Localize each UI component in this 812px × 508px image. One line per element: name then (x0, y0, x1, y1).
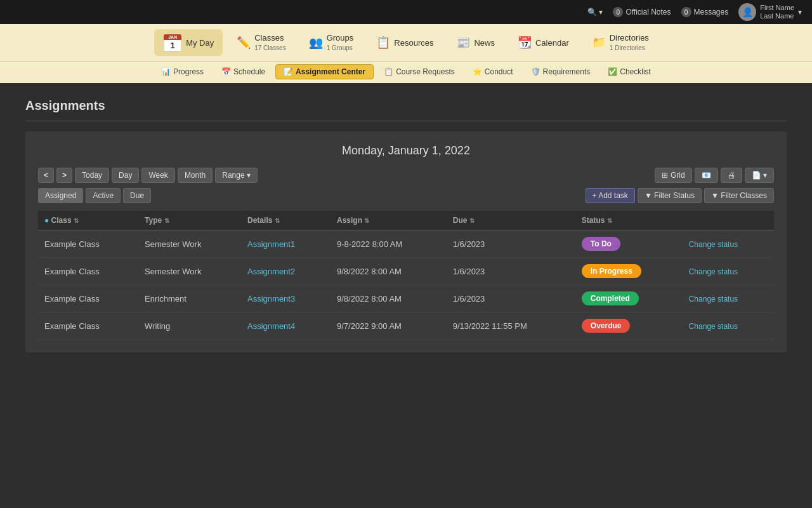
table-row: Example Class Enrichment Assignment3 9/8… (38, 285, 774, 312)
nav-item-calendar[interactable]: 📆 Calendar (509, 29, 578, 56)
assignment-link[interactable]: Assignment2 (247, 267, 295, 276)
status-badge: In Progress (582, 264, 641, 278)
export-button-2[interactable]: 🖨 (721, 168, 742, 183)
cell-change-status: Change status (683, 312, 774, 340)
cell-assign: 9/7/2022 9:00 AM (331, 312, 447, 340)
messages-badge: 0 (681, 7, 691, 17)
cell-type: Semester Work (138, 258, 241, 285)
cell-details: Assignment2 (241, 258, 331, 285)
nav-item-groups[interactable]: 👥 Groups 1 Groups (300, 29, 363, 56)
assignment-link[interactable]: Assignment3 (247, 294, 295, 304)
search-button[interactable]: 🔍 ▾ (587, 8, 603, 17)
grid-button[interactable]: ⊞ Grid (655, 168, 692, 183)
nav-item-resources[interactable]: 📋 Resources (367, 29, 442, 56)
change-status-link[interactable]: Change status (689, 267, 738, 276)
nav-label-directories: Directories 1 Directories (610, 33, 649, 52)
content-area: Assignments Monday, January 1, 2022 < > … (0, 83, 812, 368)
cell-status: Overdue (575, 312, 683, 340)
main-toolbar: < > Today Day Week Month Range ▾ ⊞ Grid … (38, 168, 774, 183)
export-button-3[interactable]: 📄 ▾ (745, 168, 774, 183)
table-body: Example Class Semester Work Assignment1 … (38, 231, 774, 340)
cell-change-status: Change status (683, 231, 774, 258)
messages-label[interactable]: Messages (694, 8, 729, 17)
status-badge: Overdue (582, 319, 631, 333)
news-icon: 📰 (456, 36, 470, 50)
groups-icon: 👥 (309, 36, 323, 50)
filter-classes-button[interactable]: ▼ Filter Classes (704, 188, 774, 203)
due-button[interactable]: Due (123, 188, 151, 203)
nav-label-resources: Resources (394, 38, 433, 48)
assignment-link[interactable]: Assignment4 (247, 321, 295, 331)
assignments-table: ● Class ⇅ Type ⇅ Details ⇅ Assign ⇅ Due … (38, 211, 774, 340)
col-status[interactable]: Status ⇅ (575, 211, 683, 231)
nav-item-classes[interactable]: ✏️ Classes 17 Classes (228, 29, 294, 56)
calendar-icon: 📆 (518, 36, 532, 50)
table-header: ● Class ⇅ Type ⇅ Details ⇅ Assign ⇅ Due … (38, 211, 774, 231)
checklist-icon: ✅ (608, 67, 617, 76)
subnav-course-requests[interactable]: 📋 Course Requests (376, 64, 462, 79)
official-notes-label[interactable]: Official Notes (625, 8, 671, 17)
resources-icon: 📋 (376, 36, 390, 50)
assignment-link[interactable]: Assignment1 (247, 239, 295, 249)
assigned-button[interactable]: Assigned (38, 188, 83, 203)
table-row: Example Class Writing Assignment4 9/7/20… (38, 312, 774, 340)
week-button[interactable]: Week (141, 168, 174, 183)
subnav-assignment-center[interactable]: 📝 Assignment Center (275, 64, 374, 79)
col-due[interactable]: Due ⇅ (447, 211, 575, 231)
cell-class: Example Class (38, 258, 138, 285)
cell-due: 1/6/2023 (447, 285, 575, 312)
add-task-button[interactable]: + Add task (586, 188, 635, 203)
cell-change-status: Change status (683, 258, 774, 285)
col-class[interactable]: ● Class ⇅ (38, 211, 138, 231)
cell-assign: 9/8/2022 8:00 AM (331, 285, 447, 312)
top-bar: 🔍 ▾ 0 Official Notes 0 Messages 👤 First … (0, 0, 812, 24)
nav-item-news[interactable]: 📰 News (447, 29, 504, 56)
user-menu[interactable]: 👤 First Name Last Name ▾ (738, 3, 802, 21)
day-button[interactable]: Day (112, 168, 139, 183)
schedule-icon: 📅 (221, 67, 231, 76)
subnav-requirements[interactable]: 🛡️ Requirements (523, 64, 598, 79)
cell-class: Example Class (38, 285, 138, 312)
user-dropdown-icon: ▾ (798, 8, 802, 17)
col-assign[interactable]: Assign ⇅ (331, 211, 447, 231)
today-button[interactable]: Today (75, 168, 109, 183)
next-button[interactable]: > (56, 168, 72, 183)
subnav-checklist[interactable]: ✅ Checklist (600, 64, 658, 79)
nav-item-directories[interactable]: 📁 Directories 1 Directories (583, 29, 658, 56)
directories-icon: 📁 (592, 36, 606, 50)
range-button[interactable]: Range ▾ (215, 168, 258, 183)
col-type[interactable]: Type ⇅ (138, 211, 241, 231)
nav-label-my-day: My Day (186, 38, 214, 48)
table-row: Example Class Semester Work Assignment2 … (38, 258, 774, 285)
col-actions (683, 211, 774, 231)
nav-item-my-day[interactable]: JAN 1 My Day (154, 29, 223, 56)
toolbar-left: < > Today Day Week Month Range ▾ (38, 168, 258, 183)
nav-label-classes: Classes 17 Classes (254, 33, 285, 52)
change-status-link[interactable]: Change status (689, 322, 738, 331)
prev-button[interactable]: < (38, 168, 54, 183)
cell-details: Assignment1 (241, 231, 331, 258)
user-avatar: 👤 (738, 3, 756, 21)
subnav-schedule[interactable]: 📅 Schedule (214, 64, 273, 79)
cell-class: Example Class (38, 312, 138, 340)
cell-due: 1/6/2023 (447, 231, 575, 258)
export-button-1[interactable]: 📧 (695, 168, 718, 183)
change-status-link[interactable]: Change status (689, 295, 738, 304)
requirements-icon: 🛡️ (531, 67, 540, 76)
assignment-panel: Monday, January 1, 2022 < > Today Day We… (25, 131, 787, 352)
cell-class: Example Class (38, 231, 138, 258)
nav-label-calendar: Calendar (535, 38, 569, 48)
subnav-conduct[interactable]: ⭐ Conduct (465, 64, 521, 79)
messages-section: 0 Messages (681, 7, 729, 17)
change-status-link[interactable]: Change status (689, 240, 738, 249)
month-button[interactable]: Month (178, 168, 213, 183)
official-notes-section: 0 Official Notes (613, 7, 671, 17)
nav-label-news: News (474, 38, 495, 48)
conduct-icon: ⭐ (473, 67, 482, 76)
subnav-progress[interactable]: 📊 Progress (154, 64, 211, 79)
active-button[interactable]: Active (86, 188, 121, 203)
filter-left: Assigned Active Due (38, 188, 151, 203)
filter-status-button[interactable]: ▼ Filter Status (638, 188, 702, 203)
cell-type: Semester Work (138, 231, 241, 258)
col-details[interactable]: Details ⇅ (241, 211, 331, 231)
